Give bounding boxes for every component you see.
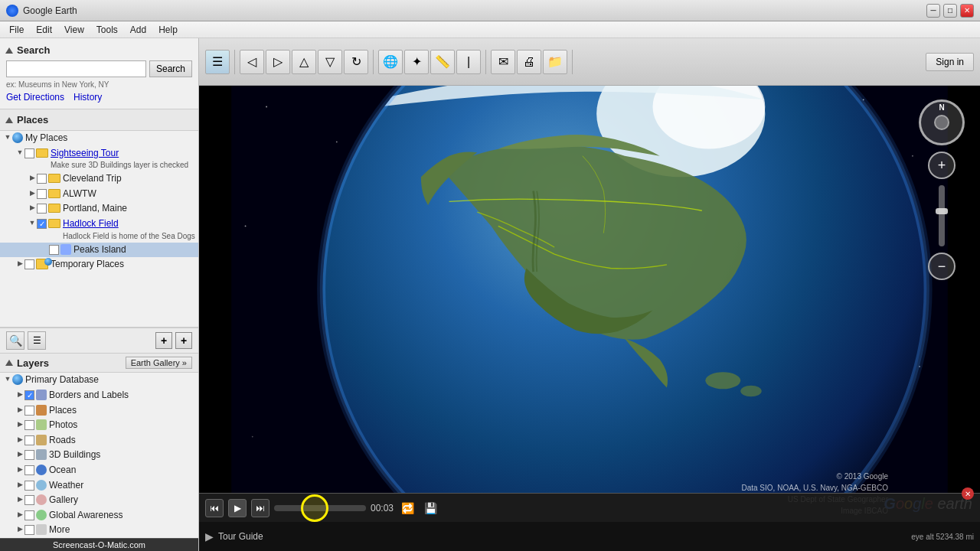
search-input[interactable] xyxy=(6,60,146,77)
list-item[interactable]: ▶ More xyxy=(0,523,198,538)
tour-progress-bar[interactable] xyxy=(274,505,366,511)
tour-close-button[interactable]: ✕ xyxy=(962,487,974,500)
checkbox-icon[interactable] xyxy=(24,510,34,520)
zoom-out-button[interactable]: − xyxy=(928,253,956,280)
list-item[interactable]: ▼ Sightseeing Tour Make sure 3D Building… xyxy=(0,146,198,172)
move-right-button[interactable]: ▷ xyxy=(266,50,290,74)
tour-save-button[interactable]: 💾 xyxy=(421,499,439,517)
checkbox-icon[interactable] xyxy=(37,174,47,184)
menu-help[interactable]: Help xyxy=(152,23,184,37)
checkbox-icon[interactable] xyxy=(24,406,34,416)
search-button[interactable]: Search xyxy=(149,60,192,77)
expand-arrow-icon: ▶ xyxy=(15,494,24,504)
checkbox-icon[interactable] xyxy=(37,189,47,199)
checkbox-icon[interactable] xyxy=(24,420,34,430)
list-tool-button[interactable]: ☰ xyxy=(28,331,46,350)
list-item[interactable]: ▶ ALWTW xyxy=(0,187,198,202)
list-item[interactable]: ▼ Primary Database xyxy=(0,373,198,388)
checkbox-icon[interactable] xyxy=(37,204,47,214)
list-item[interactable]: ▼ ✓ Hadlock Field Hadlock Field is home … xyxy=(0,217,198,243)
checkbox-icon[interactable] xyxy=(24,465,34,475)
list-item[interactable]: ▶ Temporary Places xyxy=(0,257,198,272)
move-up-button[interactable]: △ xyxy=(292,50,316,74)
list-item[interactable]: ▶ Portland, Maine xyxy=(0,201,198,217)
list-item[interactable]: ▶ Cleveland Trip xyxy=(0,171,198,187)
checkbox-icon[interactable]: ✓ xyxy=(24,390,34,400)
list-item[interactable]: Peaks Island xyxy=(0,243,198,258)
checkbox-icon[interactable] xyxy=(49,245,59,255)
maximize-button[interactable]: □ xyxy=(943,4,957,18)
search-tool-button[interactable]: 🔍 xyxy=(6,331,24,350)
expand-arrow-icon: ▶ xyxy=(15,480,24,489)
menu-view[interactable]: View xyxy=(58,23,90,37)
move-down-button[interactable]: ▽ xyxy=(318,50,342,74)
menu-add[interactable]: Add xyxy=(124,23,152,37)
zoom-slider[interactable] xyxy=(939,185,945,246)
list-item[interactable]: ▶ Ocean xyxy=(0,463,198,478)
refresh-button[interactable]: 🌐 xyxy=(378,50,403,74)
ruler-button[interactable]: 📏 xyxy=(430,50,455,74)
tour-rewind-button[interactable]: ⏮ xyxy=(205,499,224,517)
svg-point-2 xyxy=(336,141,338,142)
tour-progress-handle[interactable] xyxy=(301,494,328,522)
add-item-button[interactable]: + xyxy=(175,332,192,349)
list-item[interactable]: ▶ ✓ Borders and Labels xyxy=(0,388,198,403)
rotate-button[interactable]: ↻ xyxy=(344,50,368,74)
street-view-button[interactable]: | xyxy=(456,50,481,74)
list-item[interactable]: ▶ Gallery xyxy=(0,493,198,508)
drive-button[interactable]: 📁 xyxy=(543,50,567,74)
tour-repeat-button[interactable]: 🔁 xyxy=(398,499,416,517)
minimize-button[interactable]: ─ xyxy=(926,4,940,18)
hadlock-field-label[interactable]: Hadlock Field xyxy=(63,218,119,229)
window-controls: ─ □ ✕ xyxy=(926,4,974,18)
tour-play-button[interactable]: ▶ xyxy=(228,499,247,517)
list-item[interactable]: ▼ My Places xyxy=(0,131,198,146)
cleveland-trip-label: Cleveland Trip xyxy=(63,173,122,184)
temporary-places-label: Temporary Places xyxy=(51,259,124,269)
checkbox-icon[interactable]: ✓ xyxy=(37,219,47,229)
history-link[interactable]: History xyxy=(74,92,102,103)
sign-in-button[interactable]: Sign in xyxy=(926,53,974,71)
compass-ring[interactable]: N xyxy=(919,99,965,145)
checkbox-icon[interactable] xyxy=(24,495,34,505)
checkbox-icon[interactable] xyxy=(24,148,34,158)
list-item[interactable]: ▶ Places xyxy=(0,403,198,419)
close-button[interactable]: ✕ xyxy=(960,4,974,18)
move-left-button[interactable]: ◁ xyxy=(240,50,264,74)
photos-layer-label: Photos xyxy=(49,419,77,432)
menu-file[interactable]: File xyxy=(3,23,30,37)
earth-gallery-button[interactable]: Earth Gallery » xyxy=(126,357,192,369)
sightseeing-tour-label[interactable]: Sightseeing Tour xyxy=(51,148,119,158)
globe-icon xyxy=(12,132,23,143)
list-item[interactable]: ▶ Photos xyxy=(0,418,198,433)
zoom-slider-handle[interactable] xyxy=(936,208,948,214)
list-item[interactable]: ▶ Roads xyxy=(0,433,198,448)
tour-guide-label: ▶ Tour Guide xyxy=(205,530,263,543)
menu-edit[interactable]: Edit xyxy=(30,23,58,37)
add-folder-button[interactable]: + xyxy=(155,332,172,349)
list-item[interactable]: ▶ Weather xyxy=(0,478,198,494)
places-section-title: Places xyxy=(17,114,48,126)
ocean-layer-label: Ocean xyxy=(49,465,76,477)
checkbox-icon[interactable] xyxy=(24,525,34,535)
checkbox-icon[interactable] xyxy=(24,450,34,460)
expand-arrow-icon: ▶ xyxy=(28,188,37,197)
list-item[interactable]: ▶ 3D Buildings xyxy=(0,448,198,463)
list-item[interactable]: ▶ Global Awareness xyxy=(0,508,198,523)
sky-button[interactable]: ✦ xyxy=(404,50,429,74)
print-button[interactable]: 🖨 xyxy=(517,50,541,74)
tour-forward-button[interactable]: ⏭ xyxy=(251,499,270,517)
get-directions-link[interactable]: Get Directions xyxy=(6,92,64,103)
navigation-compass: N + − xyxy=(919,99,965,280)
checkbox-icon[interactable] xyxy=(24,435,34,445)
attribution-line2: Data SIO, NOAA, U.S. Navy, NGA-GEBCO xyxy=(741,482,888,494)
expand-arrow-icon: ▼ xyxy=(28,218,37,227)
checkbox-icon[interactable] xyxy=(24,259,34,269)
checkbox-icon[interactable] xyxy=(24,481,34,491)
email-button[interactable]: ✉ xyxy=(491,50,515,74)
menu-tools[interactable]: Tools xyxy=(90,23,124,37)
earth-view[interactable] xyxy=(199,86,980,493)
sidebar-toggle-button[interactable]: ☰ xyxy=(205,50,230,74)
zoom-in-button[interactable]: + xyxy=(928,152,956,179)
map-area[interactable]: ☰ ◁ ▷ △ ▽ ↻ 🌐 ✦ 📏 | ✉ 🖨 📁 Sign in xyxy=(199,38,980,551)
